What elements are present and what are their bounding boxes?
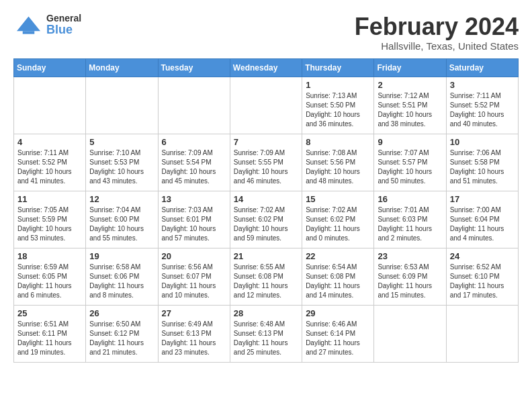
calendar-cell: 9Sunrise: 7:07 AM Sunset: 5:57 PM Daylig… xyxy=(374,134,446,191)
day-number: 18 xyxy=(17,251,82,261)
day-info: Sunrise: 7:13 AM Sunset: 5:50 PM Dayligh… xyxy=(306,91,370,129)
day-info: Sunrise: 6:49 AM Sunset: 6:13 PM Dayligh… xyxy=(162,320,226,357)
calendar-cell: 28Sunrise: 6:48 AM Sunset: 6:13 PM Dayli… xyxy=(230,305,302,362)
day-number: 20 xyxy=(162,251,226,261)
day-info: Sunrise: 7:11 AM Sunset: 5:52 PM Dayligh… xyxy=(450,91,515,129)
calendar-week-row: 11Sunrise: 7:05 AM Sunset: 5:59 PM Dayli… xyxy=(14,191,519,248)
day-info: Sunrise: 7:02 AM Sunset: 6:02 PM Dayligh… xyxy=(306,205,370,243)
weekday-header-cell: Sunday xyxy=(14,58,86,77)
day-number: 5 xyxy=(89,137,154,147)
day-number: 23 xyxy=(378,251,442,261)
calendar-cell xyxy=(446,305,518,362)
calendar-cell xyxy=(230,77,302,134)
logo-general: General xyxy=(46,13,81,24)
calendar-week-row: 18Sunrise: 6:59 AM Sunset: 6:05 PM Dayli… xyxy=(14,248,519,305)
day-number: 15 xyxy=(306,194,370,204)
calendar-cell: 1Sunrise: 7:13 AM Sunset: 5:50 PM Daylig… xyxy=(302,77,374,134)
day-info: Sunrise: 7:09 AM Sunset: 5:54 PM Dayligh… xyxy=(162,148,226,186)
day-number: 21 xyxy=(234,251,298,261)
day-number: 4 xyxy=(17,137,82,147)
calendar-cell: 2Sunrise: 7:12 AM Sunset: 5:51 PM Daylig… xyxy=(374,77,446,134)
calendar-cell: 8Sunrise: 7:08 AM Sunset: 5:56 PM Daylig… xyxy=(302,134,374,191)
day-info: Sunrise: 7:06 AM Sunset: 5:58 PM Dayligh… xyxy=(450,148,515,186)
day-info: Sunrise: 7:11 AM Sunset: 5:52 PM Dayligh… xyxy=(17,148,82,186)
day-info: Sunrise: 7:05 AM Sunset: 5:59 PM Dayligh… xyxy=(17,205,82,243)
day-info: Sunrise: 6:56 AM Sunset: 6:07 PM Dayligh… xyxy=(162,263,226,300)
day-number: 13 xyxy=(162,194,226,204)
svg-marker-0 xyxy=(17,16,40,31)
weekday-header-row: SundayMondayTuesdayWednesdayThursdayFrid… xyxy=(14,58,519,77)
weekday-header-cell: Wednesday xyxy=(230,58,302,77)
day-number: 12 xyxy=(89,194,154,204)
day-number: 19 xyxy=(89,251,154,261)
day-number: 24 xyxy=(450,251,515,261)
calendar-cell: 23Sunrise: 6:53 AM Sunset: 6:09 PM Dayli… xyxy=(374,248,446,305)
day-number: 28 xyxy=(234,308,298,318)
logo-blue: Blue xyxy=(46,24,81,37)
day-number: 17 xyxy=(450,194,515,204)
day-info: Sunrise: 6:46 AM Sunset: 6:14 PM Dayligh… xyxy=(306,320,370,357)
day-number: 14 xyxy=(234,194,298,204)
day-info: Sunrise: 7:00 AM Sunset: 6:04 PM Dayligh… xyxy=(450,205,515,243)
calendar-cell: 26Sunrise: 6:50 AM Sunset: 6:12 PM Dayli… xyxy=(86,305,158,362)
calendar-cell: 10Sunrise: 7:06 AM Sunset: 5:58 PM Dayli… xyxy=(446,134,518,191)
calendar-cell: 19Sunrise: 6:58 AM Sunset: 6:06 PM Dayli… xyxy=(86,248,158,305)
month-title: February 2024 xyxy=(355,13,519,40)
day-info: Sunrise: 7:09 AM Sunset: 5:55 PM Dayligh… xyxy=(234,148,298,186)
day-info: Sunrise: 6:50 AM Sunset: 6:12 PM Dayligh… xyxy=(89,320,154,357)
calendar-week-row: 1Sunrise: 7:13 AM Sunset: 5:50 PM Daylig… xyxy=(14,77,519,134)
day-info: Sunrise: 7:08 AM Sunset: 5:56 PM Dayligh… xyxy=(306,148,370,186)
calendar-cell: 13Sunrise: 7:03 AM Sunset: 6:01 PM Dayli… xyxy=(158,191,230,248)
calendar-week-row: 25Sunrise: 6:51 AM Sunset: 6:11 PM Dayli… xyxy=(14,305,519,362)
day-info: Sunrise: 7:02 AM Sunset: 6:02 PM Dayligh… xyxy=(234,205,298,243)
calendar-cell: 22Sunrise: 6:54 AM Sunset: 6:08 PM Dayli… xyxy=(302,248,374,305)
day-number: 27 xyxy=(162,308,226,318)
day-info: Sunrise: 6:59 AM Sunset: 6:05 PM Dayligh… xyxy=(17,263,82,300)
calendar-cell: 24Sunrise: 6:52 AM Sunset: 6:10 PM Dayli… xyxy=(446,248,518,305)
day-info: Sunrise: 6:55 AM Sunset: 6:08 PM Dayligh… xyxy=(234,263,298,300)
calendar-week-row: 4Sunrise: 7:11 AM Sunset: 5:52 PM Daylig… xyxy=(14,134,519,191)
calendar-cell: 17Sunrise: 7:00 AM Sunset: 6:04 PM Dayli… xyxy=(446,191,518,248)
day-info: Sunrise: 6:52 AM Sunset: 6:10 PM Dayligh… xyxy=(450,263,515,300)
day-number: 3 xyxy=(450,80,515,90)
calendar-cell: 18Sunrise: 6:59 AM Sunset: 6:05 PM Dayli… xyxy=(14,248,86,305)
calendar-cell: 11Sunrise: 7:05 AM Sunset: 5:59 PM Dayli… xyxy=(14,191,86,248)
day-info: Sunrise: 7:04 AM Sunset: 6:00 PM Dayligh… xyxy=(89,205,154,243)
svg-rect-1 xyxy=(23,31,35,34)
day-info: Sunrise: 7:07 AM Sunset: 5:57 PM Dayligh… xyxy=(378,148,442,186)
weekday-header-cell: Friday xyxy=(374,58,446,77)
calendar-cell: 7Sunrise: 7:09 AM Sunset: 5:55 PM Daylig… xyxy=(230,134,302,191)
day-info: Sunrise: 6:53 AM Sunset: 6:09 PM Dayligh… xyxy=(378,263,442,300)
day-number: 2 xyxy=(378,80,442,90)
calendar-cell xyxy=(86,77,158,134)
day-number: 1 xyxy=(306,80,370,90)
weekday-header-cell: Monday xyxy=(86,58,158,77)
day-info: Sunrise: 6:48 AM Sunset: 6:13 PM Dayligh… xyxy=(234,320,298,357)
weekday-header-cell: Saturday xyxy=(446,58,518,77)
day-info: Sunrise: 6:51 AM Sunset: 6:11 PM Dayligh… xyxy=(17,320,82,357)
day-number: 16 xyxy=(378,194,442,204)
day-info: Sunrise: 7:12 AM Sunset: 5:51 PM Dayligh… xyxy=(378,91,442,129)
calendar-cell xyxy=(374,305,446,362)
day-info: Sunrise: 7:03 AM Sunset: 6:01 PM Dayligh… xyxy=(162,205,226,243)
logo: General Blue xyxy=(13,13,81,37)
logo-text: General Blue xyxy=(46,13,81,37)
day-number: 22 xyxy=(306,251,370,261)
day-info: Sunrise: 6:58 AM Sunset: 6:06 PM Dayligh… xyxy=(89,263,154,300)
calendar-cell: 12Sunrise: 7:04 AM Sunset: 6:00 PM Dayli… xyxy=(86,191,158,248)
weekday-header-cell: Thursday xyxy=(302,58,374,77)
day-info: Sunrise: 6:54 AM Sunset: 6:08 PM Dayligh… xyxy=(306,263,370,300)
day-number: 25 xyxy=(17,308,82,318)
calendar-cell: 15Sunrise: 7:02 AM Sunset: 6:02 PM Dayli… xyxy=(302,191,374,248)
day-number: 26 xyxy=(89,308,154,318)
logo-icon xyxy=(13,13,44,37)
calendar-cell: 29Sunrise: 6:46 AM Sunset: 6:14 PM Dayli… xyxy=(302,305,374,362)
day-number: 6 xyxy=(162,137,226,147)
calendar-cell: 6Sunrise: 7:09 AM Sunset: 5:54 PM Daylig… xyxy=(158,134,230,191)
day-info: Sunrise: 7:10 AM Sunset: 5:53 PM Dayligh… xyxy=(89,148,154,186)
weekday-header-cell: Tuesday xyxy=(158,58,230,77)
day-info: Sunrise: 7:01 AM Sunset: 6:03 PM Dayligh… xyxy=(378,205,442,243)
page-header: General Blue February 2024 Hallsville, T… xyxy=(13,13,519,52)
calendar-cell: 25Sunrise: 6:51 AM Sunset: 6:11 PM Dayli… xyxy=(14,305,86,362)
title-block: February 2024 Hallsville, Texas, United … xyxy=(355,13,519,52)
